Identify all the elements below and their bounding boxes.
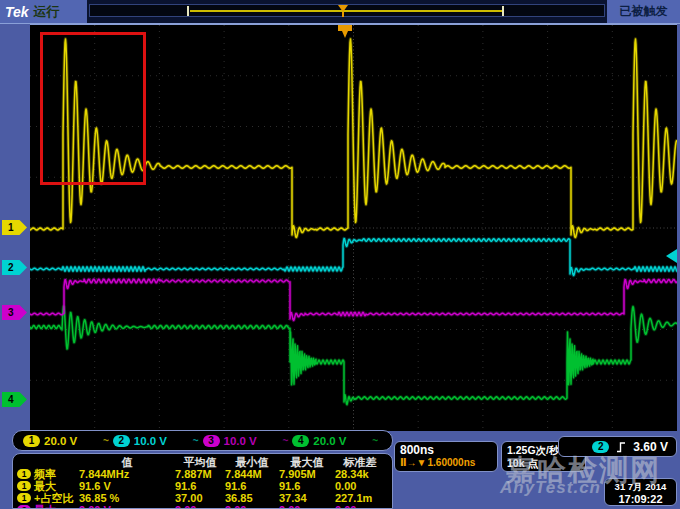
channel-4-zero-marker[interactable]: 4 [2,392,27,407]
trigger-status-badge: 已被触发 [607,0,680,23]
measurement-channel-badge: 1 [17,469,31,479]
measurement-name: 最大 [34,480,56,492]
annotation-highlight-box [40,32,146,185]
coupling-icon: ~ [103,435,109,446]
channel-3-badge: 3 [203,435,220,447]
acquisition-run-button[interactable]: Tek 运行 [0,0,87,23]
measurement-value: 91.6 [279,480,335,492]
record-window-right-bracket [502,6,504,16]
measurement-channel-badge: 1 [17,481,31,491]
oscilloscope-screen: Tek 运行 已被触发 1234 120.0 V~210.0 V~310.0 V… [0,0,680,509]
trigger-level-marker[interactable] [666,249,677,263]
date-label: 31 7月 2014 [605,480,676,493]
measurement-value: 36.85 [225,492,279,504]
watermark-en: AnyTest.cn [500,478,601,498]
measurement-value: 0.00 [335,504,385,509]
measurement-value: 0.00 [335,480,385,492]
coupling-icon: ~ [193,435,199,446]
channel-3-zero-marker[interactable]: 3 [2,305,27,320]
measurement-value: 28.34k [335,468,385,480]
channel-4-scale: 20.0 V [313,435,346,447]
record-length-value: 10k 点 [507,457,580,470]
top-status-bar: Tek 运行 已被触发 [0,0,680,24]
measurement-value: 91.6 [175,480,225,492]
horizontal-scale-box[interactable]: 800ns Ⅱ→▼ 1.60000ns [394,441,498,472]
measurement-value: 9.00 [279,504,335,509]
measurement-name: 最大 [34,504,56,509]
measurement-channel-badge: 3 [17,505,31,509]
channel-2-badge: 2 [113,435,130,447]
record-window-left-bracket [187,6,189,16]
channel-3-scale: 10.0 V [224,435,257,447]
measurement-value: 7.844MHz [79,468,175,480]
channel-4-readout[interactable]: 420.0 V~ [292,435,382,447]
run-status-label: 运行 [34,3,60,21]
measurement-name: 频率 [34,468,56,480]
measurement-value: 37.34 [279,492,335,504]
measurement-row: 1+占空比36.85 %37.0036.8537.34227.1m [17,492,388,504]
measurement-channel-badge: 1 [17,493,31,503]
measurement-column-header: 最小值 [225,456,279,468]
trigger-readout-box[interactable]: 2 3.60 V [558,436,677,457]
measurement-value: 9.00 V [79,504,175,509]
time-label: 17:09:22 [605,493,676,505]
measurement-row: 1频率7.844MHz7.887M7.844M7.905M28.34k [17,468,388,480]
trigger-position-marker[interactable] [338,25,352,38]
measurement-header-row: 值平均值最小值最大值标准差 [17,456,388,468]
measurement-column-header: 平均值 [175,456,225,468]
channel-4-badge: 4 [292,435,309,447]
channel-1-scale: 20.0 V [44,435,77,447]
measurement-value: 37.00 [175,492,225,504]
channel-1-badge: 1 [23,435,40,447]
measurement-value: 9.00 [175,504,225,509]
channel-2-readout[interactable]: 210.0 V~ [113,435,203,447]
measurement-value: 227.1m [335,492,385,504]
trigger-level-value: 3.60 V [633,440,668,454]
measurement-panel: 值平均值最小值最大值标准差 1频率7.844MHz7.887M7.844M7.9… [12,453,393,509]
coupling-icon: ~ [372,435,378,446]
trigger-source-badge: 2 [592,441,609,453]
rising-edge-icon [616,441,626,453]
channel-3-readout[interactable]: 310.0 V~ [203,435,293,447]
measurement-value: 7.844M [225,468,279,480]
channel-2-zero-marker[interactable]: 2 [2,260,27,275]
expansion-point-stem [342,12,344,17]
expansion-point-icon [338,5,348,12]
measurement-value: 7.905M [279,468,335,480]
measurement-rows: 1频率7.844MHz7.887M7.844M7.905M28.34k1最大91… [17,468,388,509]
channel-1-readout[interactable]: 120.0 V~ [23,435,113,447]
channel-2-scale: 10.0 V [134,435,167,447]
coupling-icon: ~ [282,435,288,446]
horizontal-delay-icon: Ⅱ→▼ [400,457,426,469]
measurement-row: 3最大9.00 V9.009.009.000.00 [17,504,388,509]
horizontal-delay-value: 1.60000ns [427,457,475,469]
horizontal-scale-value: 800ns [400,444,492,457]
tek-logo: Tek [5,4,29,20]
measurement-column-header: 最大值 [279,456,335,468]
measurement-value: 7.887M [175,468,225,480]
channel-readout-bar: 120.0 V~210.0 V~310.0 V~420.0 V~ [12,430,393,451]
datetime-box: 31 7月 2014 17:09:22 [604,478,677,506]
channel-1-zero-marker[interactable]: 1 [2,220,27,235]
measurement-value: 91.6 V [79,480,175,492]
measurement-value: 36.85 % [79,492,175,504]
trigger-status-label: 已被触发 [620,3,668,20]
measurement-name: +占空比 [34,492,73,504]
measurement-column-header: 值 [79,456,175,468]
measurement-column-header: 标准差 [335,456,385,468]
measurement-row: 1最大91.6 V91.691.691.60.00 [17,480,388,492]
measurement-value: 91.6 [225,480,279,492]
measurement-value: 9.00 [225,504,279,509]
